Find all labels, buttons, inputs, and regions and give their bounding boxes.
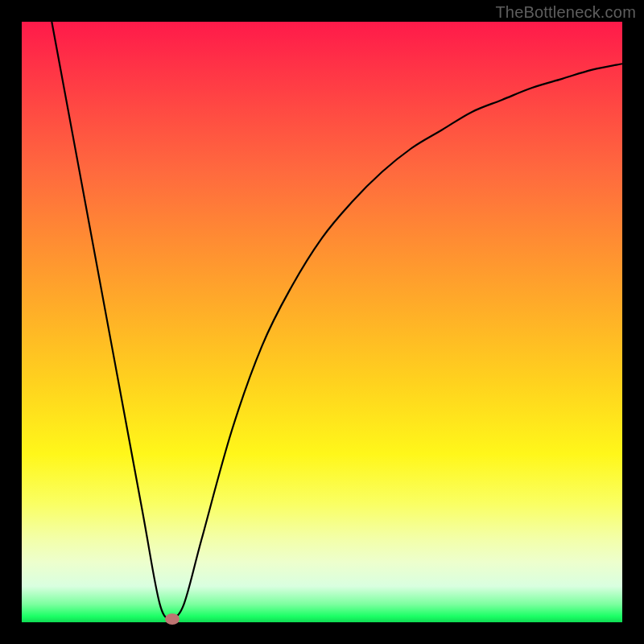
chart-frame: TheBottleneck.com	[0, 0, 644, 644]
plot-area	[22, 22, 622, 622]
minimum-marker	[165, 613, 180, 625]
curve-svg	[22, 22, 622, 622]
curve-path-left	[52, 22, 171, 619]
watermark-text: TheBottleneck.com	[495, 3, 636, 22]
curve-path-right	[172, 64, 623, 619]
